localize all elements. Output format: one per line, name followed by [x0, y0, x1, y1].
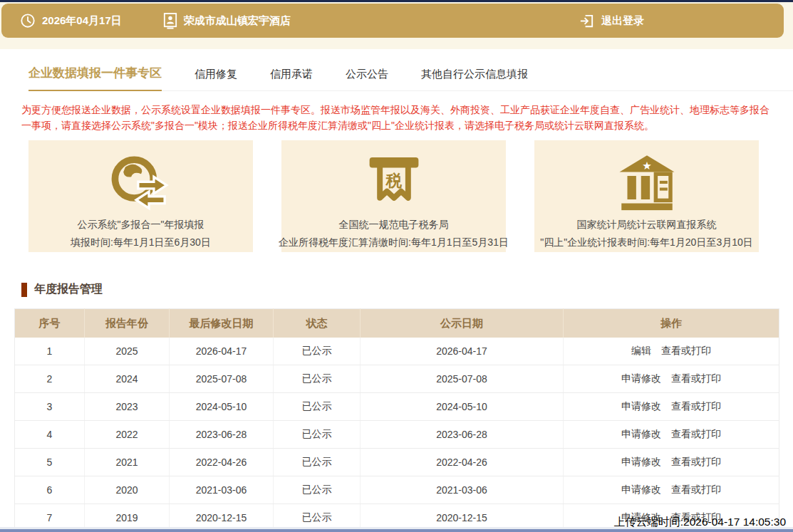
- section-header: 年度报告管理: [21, 282, 793, 297]
- cell-index: 3: [15, 393, 85, 421]
- card-etax-bureau[interactable]: 税 全国统一规范电子税务局 企业所得税年度汇算清缴时间:每年1月1日至5月31日: [281, 140, 506, 252]
- tab-public-announcement[interactable]: 公示公告: [346, 68, 388, 90]
- cell-published: 2024-05-10: [361, 393, 564, 421]
- view-print-link[interactable]: 查看或打印: [671, 428, 721, 439]
- apply-modify-link[interactable]: 申请修改: [621, 456, 661, 467]
- logout-icon: [579, 13, 595, 29]
- cell-year: 2024: [85, 365, 170, 393]
- table-row: 3 2023 2024-05-10 已公示 2024-05-10 申请修改查看或…: [15, 393, 779, 421]
- tab-other-self-disclosure[interactable]: 其他自行公示信息填报: [421, 68, 528, 90]
- col-actions: 操作: [564, 309, 779, 338]
- table-row: 2 2024 2025-07-08 已公示 2025-07-08 申请修改查看或…: [15, 365, 779, 393]
- cell-year: 2022: [85, 421, 170, 449]
- cell-published: 2023-06-28: [361, 421, 564, 449]
- cell-actions: 编辑查看或打印: [564, 338, 779, 365]
- notice-text: 为更方便您报送企业数据，公示系统设置企业数据填报一件事专区。报送市场监管年报以及…: [21, 103, 772, 133]
- card-line1: 全国统一规范电子税务局: [339, 217, 449, 232]
- col-publish-date: 公示日期: [361, 309, 564, 338]
- section-marker: [21, 283, 27, 297]
- cell-modified: 2025-07-08: [170, 365, 274, 393]
- topbar: 2026年04月17日 荣成市成山镇宏宇酒店 退出登录: [1, 4, 784, 38]
- cell-actions: 申请修改查看或打印: [564, 449, 779, 476]
- cell-year: 2025: [85, 338, 170, 365]
- company-badge-icon: [163, 12, 177, 30]
- cell-published: 2026-04-17: [361, 338, 564, 365]
- cell-status: 已公示: [274, 421, 361, 449]
- tab-credit-commitment[interactable]: 信用承诺: [270, 68, 313, 90]
- cell-status: 已公示: [274, 365, 361, 393]
- globe-arrows-icon: [108, 152, 174, 216]
- cell-status: 已公示: [274, 393, 361, 421]
- cell-modified: 2024-05-10: [170, 393, 274, 421]
- entry-cards: 公示系统"多报合一"年报填报 填报时间:每年1月1日至6月30日 税 全国统一规…: [28, 140, 759, 252]
- table-row: 5 2021 2022-04-26 已公示 2022-04-26 申请修改查看或…: [15, 449, 779, 476]
- cell-status: 已公示: [274, 476, 361, 504]
- upload-time-text: 上传云端时间:2026-04-17 14:05:30: [614, 515, 786, 530]
- cell-actions: 申请修改查看或打印: [564, 393, 779, 421]
- cell-actions: 申请修改查看或打印: [564, 421, 779, 449]
- cell-actions: 申请修改查看或打印: [564, 365, 779, 393]
- apply-modify-link[interactable]: 申请修改: [621, 484, 661, 495]
- cell-index: 6: [15, 476, 85, 504]
- cell-status: 已公示: [274, 338, 361, 365]
- clock-icon: [20, 13, 36, 28]
- cell-year: 2023: [85, 393, 170, 421]
- tax-ribbon-icon: 税: [363, 152, 425, 216]
- edit-link[interactable]: 编辑: [631, 345, 651, 356]
- table-row: 1 2025 2026-04-17 已公示 2026-04-17 编辑查看或打印: [15, 338, 779, 365]
- section-title: 年度报告管理: [34, 282, 103, 297]
- company-name: 荣成市成山镇宏宇酒店: [184, 14, 291, 28]
- card-line2: 企业所得税年度汇算清缴时间:每年1月1日至5月31日: [279, 235, 509, 250]
- svg-text:税: 税: [385, 172, 402, 189]
- table-row: 4 2022 2023-06-28 已公示 2023-06-28 申请修改查看或…: [15, 421, 779, 449]
- col-report-year: 报告年份: [85, 309, 170, 338]
- card-line2: "四上"企业统计报表时间:每年1月20日至3月10日: [540, 235, 753, 250]
- topbar-date: 2026年04月17日: [42, 14, 122, 28]
- cell-year: 2021: [85, 449, 170, 476]
- col-status: 状态: [274, 309, 361, 338]
- cell-year: 2020: [85, 476, 170, 504]
- tab-enterprise-data-filing[interactable]: 企业数据填报一件事专区: [28, 65, 162, 91]
- tab-credit-repair[interactable]: 信用修复: [195, 68, 237, 90]
- cell-published: 2021-03-06: [361, 476, 564, 504]
- cell-modified: 2022-04-26: [170, 449, 274, 476]
- card-stats-direct-report[interactable]: ★ 国家统计局统计云联网直报系统 "四上"企业统计报表时间:每年1月20日至3月…: [534, 140, 759, 252]
- card-line2: 填报时间:每年1月1日至6月30日: [71, 235, 211, 250]
- card-line1: 公示系统"多报合一"年报填报: [78, 217, 204, 232]
- topbar-wrapper: 2026年04月17日 荣成市成山镇宏宇酒店 退出登录: [0, 2, 793, 49]
- annual-report-table: 序号 报告年份 最后修改日期 状态 公示日期 操作 1 2025 2026-04…: [14, 308, 779, 532]
- topbar-company-group: 荣成市成山镇宏宇酒店: [163, 12, 291, 30]
- view-print-link[interactable]: 查看或打印: [671, 456, 721, 467]
- cell-published: 2022-04-26: [361, 449, 564, 476]
- cell-index: 2: [15, 365, 85, 393]
- cell-modified: 2023-06-28: [170, 421, 274, 449]
- card-line1: 国家统计局统计云联网直报系统: [577, 217, 717, 232]
- cell-index: 5: [15, 449, 85, 476]
- apply-modify-link[interactable]: 申请修改: [621, 372, 661, 384]
- card-annual-report-filing[interactable]: 公示系统"多报合一"年报填报 填报时间:每年1月1日至6月30日: [28, 140, 253, 252]
- col-last-modified: 最后修改日期: [170, 309, 274, 338]
- table-row: 6 2020 2021-03-06 已公示 2021-03-06 申请修改查看或…: [15, 476, 779, 504]
- cell-modified: 2026-04-17: [170, 338, 274, 365]
- view-print-link[interactable]: 查看或打印: [671, 400, 721, 412]
- col-index: 序号: [15, 309, 85, 338]
- view-print-link[interactable]: 查看或打印: [671, 372, 721, 384]
- cell-index: 4: [15, 421, 85, 449]
- view-print-link[interactable]: 查看或打印: [671, 484, 721, 495]
- apply-modify-link[interactable]: 申请修改: [621, 400, 661, 412]
- view-print-link[interactable]: 查看或打印: [661, 345, 711, 356]
- cell-status: 已公示: [274, 449, 361, 476]
- cell-published: 2025-07-08: [361, 365, 564, 393]
- cell-actions: 申请修改查看或打印: [564, 476, 779, 504]
- cell-modified: 2021-03-06: [170, 476, 274, 504]
- cell-index: 1: [15, 338, 85, 365]
- logout-label: 退出登录: [601, 14, 644, 28]
- topbar-date-group: 2026年04月17日: [20, 13, 122, 28]
- table-header-row: 序号 报告年份 最后修改日期 状态 公示日期 操作: [15, 309, 779, 338]
- bank-building-icon: ★: [616, 152, 678, 216]
- apply-modify-link[interactable]: 申请修改: [621, 428, 661, 439]
- logout-button[interactable]: 退出登录: [579, 13, 644, 29]
- svg-text:★: ★: [642, 160, 652, 172]
- tab-bar: 企业数据填报一件事专区 信用修复 信用承诺 公示公告 其他自行公示信息填报: [28, 65, 793, 91]
